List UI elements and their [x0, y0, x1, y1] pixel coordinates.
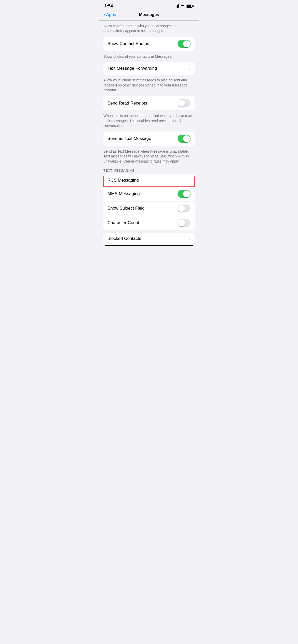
blocked-contacts-card: Blocked Contacts › [103, 233, 195, 246]
signal-icon [174, 5, 179, 8]
send-read-receipts-label: Send Read Receipts [107, 101, 178, 106]
send-read-receipts-row[interactable]: Send Read Receipts [103, 96, 195, 110]
chevron-right-icon: › [189, 66, 191, 71]
blocked-contacts-label: Blocked Contacts [107, 236, 189, 241]
send-as-text-message-toggle[interactable] [178, 135, 191, 143]
mms-messaging-toggle[interactable] [178, 190, 191, 198]
status-bar: 1:54 [99, 0, 199, 10]
send-as-text-message-card: Send as Text Message [103, 131, 195, 146]
show-contact-photos-label: Show Contact Photos [107, 41, 178, 46]
navigation-bar: ‹ Apps Messages [99, 10, 199, 20]
wifi-icon [181, 4, 185, 8]
toggle-knob [178, 100, 185, 107]
send-as-text-message-description: Send as Text Message when iMessage is un… [99, 146, 199, 167]
gap [99, 230, 199, 233]
back-button[interactable]: ‹ Apps [103, 12, 116, 17]
text-message-forwarding-description: Allow your iPhone text messages to also … [99, 75, 199, 96]
page-title: Messages [139, 12, 159, 17]
character-count-toggle[interactable] [178, 219, 191, 227]
blocked-contacts-row[interactable]: Blocked Contacts › [103, 233, 195, 246]
battery-icon [186, 5, 194, 8]
rcs-chevron-right-icon: › [189, 178, 191, 182]
show-contact-photos-toggle[interactable] [178, 40, 191, 48]
back-chevron-icon: ‹ [103, 12, 105, 17]
toggle-knob [183, 40, 190, 47]
show-subject-field-row[interactable]: Show Subject Field [103, 201, 195, 216]
toggle-knob [178, 219, 185, 226]
send-read-receipts-toggle[interactable] [178, 99, 191, 107]
show-subject-field-label: Show Subject Field [107, 206, 178, 211]
send-read-receipts-description: When this is on, people are notified whe… [99, 110, 199, 131]
character-count-label: Character Count [107, 220, 178, 225]
show-contact-photos-row[interactable]: Show Contact Photos [103, 37, 195, 51]
send-as-text-message-row[interactable]: Send as Text Message [103, 131, 195, 146]
show-contact-photos-description: Show photos of your contacts in Messages… [99, 51, 199, 62]
text-message-forwarding-row[interactable]: Text Message Forwarding › [103, 62, 195, 75]
character-count-row[interactable]: Character Count [103, 216, 195, 230]
show-contact-photos-card: Show Contact Photos [103, 37, 195, 51]
rcs-messaging-label: RCS Messaging [107, 178, 189, 183]
mms-messaging-label: MMS Messaging [107, 191, 178, 196]
show-subject-field-toggle[interactable] [178, 204, 191, 212]
rcs-messaging-row[interactable]: RCS Messaging › [103, 174, 195, 187]
blocked-contacts-chevron-icon: › [189, 236, 191, 241]
toggle-knob [183, 135, 190, 142]
send-read-receipts-card: Send Read Receipts [103, 96, 195, 110]
send-as-text-message-label: Send as Text Message [107, 136, 178, 141]
toggle-knob [178, 205, 185, 212]
status-time: 1:54 [104, 4, 113, 9]
status-icons [174, 4, 194, 8]
text-messaging-group-card: RCS Messaging › MMS Messaging Show Subje… [103, 174, 195, 230]
mms-messaging-row[interactable]: MMS Messaging [103, 187, 195, 201]
text-messaging-section-header: TEXT MESSAGING [99, 167, 199, 174]
toggle-knob [183, 191, 190, 197]
shared-content-description: Allow content shared with you in Message… [99, 21, 199, 37]
text-message-forwarding-label: Text Message Forwarding [107, 66, 189, 71]
text-message-forwarding-card: Text Message Forwarding › [103, 62, 195, 75]
settings-content: Allow content shared with you in Message… [99, 21, 199, 246]
back-label: Apps [106, 12, 116, 17]
